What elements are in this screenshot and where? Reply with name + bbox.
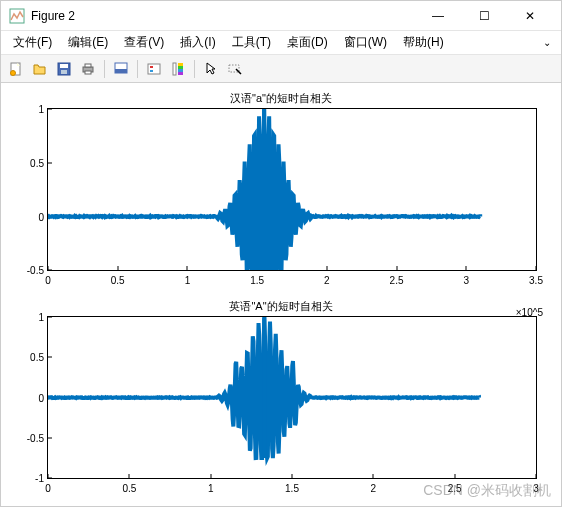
svg-rect-7 — [85, 64, 91, 67]
chart-title-2: 英语"A"的短时自相关 — [15, 299, 547, 314]
menu-overflow-icon[interactable]: ⌄ — [537, 37, 557, 48]
y-tick-label: 0 — [18, 392, 44, 403]
x-tick-label: 2 — [371, 483, 377, 494]
svg-rect-5 — [61, 70, 67, 74]
svg-rect-4 — [60, 64, 68, 68]
chart-title-1: 汉语"a"的短时自相关 — [15, 91, 547, 106]
x-tick-label: 0.5 — [111, 275, 125, 286]
svg-rect-8 — [85, 71, 91, 74]
menu-file[interactable]: 文件(F) — [5, 32, 60, 53]
menu-help[interactable]: 帮助(H) — [395, 32, 452, 53]
figure-window: Figure 2 — ☐ ✕ 文件(F) 编辑(E) 查看(V) 插入(I) 工… — [0, 0, 562, 507]
y-tick-label: 0 — [18, 211, 44, 222]
x-tick-label: 1 — [185, 275, 191, 286]
menu-desktop[interactable]: 桌面(D) — [279, 32, 336, 53]
close-button[interactable]: ✕ — [507, 1, 553, 31]
x-tick-label: 0.5 — [122, 483, 136, 494]
svg-rect-17 — [178, 69, 183, 72]
x-tick-label: 2.5 — [448, 483, 462, 494]
window-controls: — ☐ ✕ — [415, 1, 553, 31]
app-icon — [9, 8, 25, 24]
svg-rect-10 — [115, 69, 127, 73]
minimize-button[interactable]: — — [415, 1, 461, 31]
x-tick-label: 2.5 — [390, 275, 404, 286]
plot-area: 汉语"a"的短时自相关 -0.500.5100.511.522.533.5 ×1… — [1, 83, 561, 506]
y-tick-label: -0.5 — [18, 265, 44, 276]
y-tick-label: 0.5 — [18, 352, 44, 363]
toolbar-separator — [194, 60, 195, 78]
new-icon[interactable] — [5, 58, 27, 80]
menubar: 文件(F) 编辑(E) 查看(V) 插入(I) 工具(T) 桌面(D) 窗口(W… — [1, 31, 561, 55]
menu-window[interactable]: 窗口(W) — [336, 32, 395, 53]
svg-rect-12 — [150, 66, 153, 68]
svg-rect-18 — [178, 72, 183, 75]
toolbar-separator — [104, 60, 105, 78]
x-tick-label: 3.5 — [529, 275, 543, 286]
menu-tools[interactable]: 工具(T) — [224, 32, 279, 53]
toolbar — [1, 55, 561, 83]
menu-view[interactable]: 查看(V) — [116, 32, 172, 53]
x-tick-label: 1 — [208, 483, 214, 494]
print-icon[interactable] — [77, 58, 99, 80]
svg-rect-11 — [148, 64, 160, 74]
open-icon[interactable] — [29, 58, 51, 80]
x-tick-label: 2 — [324, 275, 330, 286]
data-cursor-icon[interactable] — [110, 58, 132, 80]
menu-edit[interactable]: 编辑(E) — [60, 32, 116, 53]
axes-2[interactable]: -1-0.500.5100.511.522.53 — [47, 316, 537, 479]
y-tick-label: 0.5 — [18, 157, 44, 168]
svg-rect-15 — [178, 63, 183, 66]
menu-insert[interactable]: 插入(I) — [172, 32, 223, 53]
legend-icon[interactable] — [143, 58, 165, 80]
signal-line — [48, 317, 536, 478]
x-tick-label: 1.5 — [250, 275, 264, 286]
pointer-icon[interactable] — [200, 58, 222, 80]
y-tick-label: 1 — [18, 104, 44, 115]
x-tick-label: 3 — [533, 483, 539, 494]
x-tick-label: 0 — [45, 483, 51, 494]
titlebar: Figure 2 — ☐ ✕ — [1, 1, 561, 31]
axes-1[interactable]: -0.500.5100.511.522.533.5 — [47, 108, 537, 271]
maximize-button[interactable]: ☐ — [461, 1, 507, 31]
window-title: Figure 2 — [31, 9, 415, 23]
y-tick-label: -1 — [18, 473, 44, 484]
x-tick-label: 0 — [45, 275, 51, 286]
svg-point-2 — [11, 70, 16, 75]
subplot-2: 英语"A"的短时自相关 -1-0.500.5100.511.522.53 ×10… — [15, 299, 547, 496]
x-tick-label: 3 — [464, 275, 470, 286]
svg-rect-14 — [173, 63, 176, 75]
svg-rect-16 — [178, 66, 183, 69]
y-tick-label: -0.5 — [18, 432, 44, 443]
x-tick-label: 1.5 — [285, 483, 299, 494]
brush-icon[interactable] — [224, 58, 246, 80]
svg-rect-13 — [150, 70, 153, 72]
y-tick-label: 1 — [18, 311, 44, 322]
colorbar-icon[interactable] — [167, 58, 189, 80]
signal-line — [48, 109, 536, 270]
subplot-1: 汉语"a"的短时自相关 -0.500.5100.511.522.533.5 ×1… — [15, 91, 547, 288]
toolbar-separator — [137, 60, 138, 78]
save-icon[interactable] — [53, 58, 75, 80]
